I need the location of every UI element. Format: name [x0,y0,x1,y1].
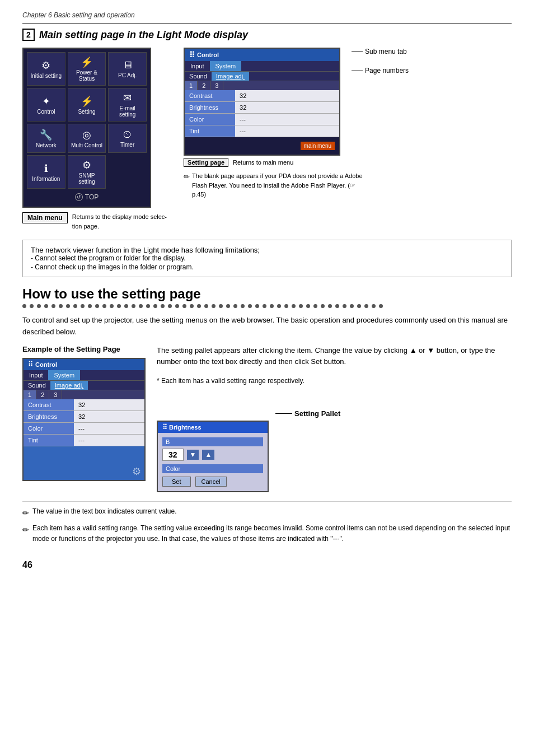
menu-item-setting[interactable]: ⚡ Setting [68,88,106,122]
each-item-note: * Each item has a valid setting range re… [157,377,512,385]
dot [146,304,150,308]
page-tab-2[interactable]: 2 [198,81,210,90]
menu-item-multi[interactable]: ◎ Multi Control [68,124,106,153]
info-icon: ℹ [44,162,48,175]
brightness-value: 32 [235,102,339,113]
tab-system[interactable]: System [210,61,242,71]
page-numbers-label: Page numbers [352,67,409,74]
sub-menu-tab-label: Sub menu tab [352,48,409,55]
dot [350,304,354,308]
dot [22,304,26,308]
gear-bottom-icon: ⚙ [132,465,141,478]
footnote-1-text: The value in the text box indicates curr… [32,506,176,519]
footnote-icon-2: ✏ [22,524,29,544]
example-left: Example of the Setting Page ⠿ Control In… [22,345,146,493]
example-contrast-label: Contrast [24,399,74,410]
menu-item-initial[interactable]: ⚙ Initial setting [27,52,65,86]
set-button[interactable]: Set [162,477,191,487]
example-row-brightness[interactable]: Brightness 32 [24,411,144,423]
grid-icon-mini: ⠿ [28,361,33,368]
control-sub-tabs: Sound Image adj. [185,71,339,81]
tint-value: --- [235,125,339,137]
top-button[interactable]: ↺ TOP [75,193,99,201]
menu-item-control[interactable]: ✦ Control [27,88,65,122]
page-tab-3[interactable]: 3 [210,81,223,90]
network-icon: 🔧 [40,129,52,141]
row-contrast: Contrast 32 [185,90,339,102]
example-sub-tabs: Sound Image adj. [24,380,144,390]
example-tint-label: Tint [24,435,74,446]
example-subtab-imageadj[interactable]: Image adj. [50,381,88,390]
initial-setting-icon: ⚙ [41,59,50,72]
power-status-icon: ⚡ [81,56,93,68]
pallet-b-row: B [162,437,263,446]
example-color-label: Color [24,423,74,434]
dot [117,304,121,308]
dot [190,304,194,308]
menu-item-label: PC Adj. [118,72,137,78]
below-main-menu: Main menu Returns to the display mode se… [22,212,167,231]
dot [95,304,99,308]
menu-item-email[interactable]: ✉ E-mail setting [108,88,147,122]
example-tab-system[interactable]: System [48,370,80,380]
pcadj-icon: 🖥 [123,59,133,71]
dot [284,304,288,308]
dot [102,304,106,308]
dot [328,304,332,308]
dot [321,304,325,308]
setting-pallet-text: The setting pallet appears after clickin… [157,345,512,368]
subtab-sound[interactable]: Sound [185,72,212,81]
dot [30,304,34,308]
dot [153,304,157,308]
control-tabs: Input System [185,61,339,71]
chapter-title: Chapter 6 Basic setting and operation [22,11,512,19]
example-row-contrast: Contrast 32 [24,399,144,411]
dot [219,304,223,308]
pallet-value: 32 [162,449,184,461]
menu-item-timer[interactable]: ⏲ Timer [108,124,147,153]
top-label: TOP [85,193,99,201]
example-page-tab-3[interactable]: 3 [49,390,62,399]
dot [81,304,85,308]
main-menu-button[interactable]: main menu [301,142,335,150]
dot [364,304,368,308]
dot [212,304,216,308]
pallet-down-button[interactable]: ▼ [187,450,199,460]
row-brightness: Brightness 32 [185,102,339,114]
example-right: The setting pallet appears after clickin… [157,345,512,493]
example-page-tab-1[interactable]: 1 [24,390,36,399]
header-label: Control [197,52,219,58]
dot [357,304,361,308]
page-tabs: 1 2 3 [185,81,339,90]
setting-pallet-label: Setting Pallet [294,409,340,418]
pallet-up-button[interactable]: ▲ [202,450,214,460]
dot [270,304,274,308]
returns-main-label: Returns to main menu [233,159,293,166]
callout-line-1: - Cannot select the program or folder fo… [31,254,503,262]
control-panel: ⠿ Control Input System Sound Image adj. … [184,48,340,156]
example-subtab-sound[interactable]: Sound [24,381,50,390]
tab-input[interactable]: Input [185,61,209,71]
menu-item-network[interactable]: 🔧 Network [27,124,65,153]
main-menu-grid: ⚙ Initial setting ⚡ Power & Status 🖥 PC … [22,48,151,208]
menu-item-label: Control [37,109,55,115]
cancel-button[interactable]: Cancel [195,477,227,487]
page-numbers-label-spacer: Page numbers [352,67,409,74]
subtab-imageadj[interactable]: Image adj. [212,72,249,81]
example-tab-input[interactable]: Input [24,370,48,380]
menu-item-label: SNMP setting [71,172,104,185]
color-label: Color [185,114,235,125]
menu-item-pcadj[interactable]: 🖥 PC Adj. [108,52,147,86]
example-page-tab-2[interactable]: 2 [36,390,49,399]
pallet-color-row: Color [162,464,263,473]
page-tab-1[interactable]: 1 [185,81,198,90]
menu-item-label: Multi Control [71,142,102,148]
example-contrast-value: 32 [74,399,144,410]
menu-item-label: E-mail setting [111,105,144,118]
example-section: Example of the Setting Page ⠿ Control In… [22,345,512,493]
menu-item-info[interactable]: ℹ Information [27,155,65,189]
menu-item-power[interactable]: ⚡ Power & Status [68,52,106,86]
menu-item-snmp[interactable]: ⚙ SNMP setting [68,155,106,189]
multi-control-icon: ◎ [82,129,91,141]
example-header: ⠿ Control [24,359,144,370]
